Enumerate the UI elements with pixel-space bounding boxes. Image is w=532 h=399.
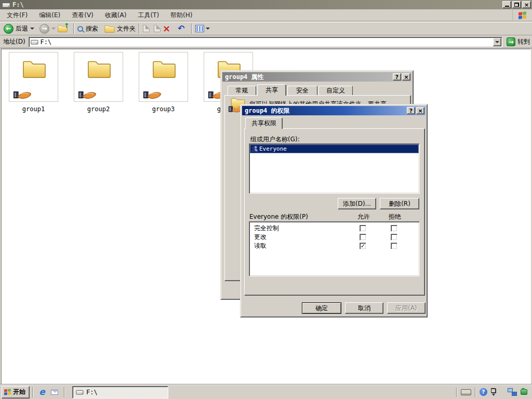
back-label: 后退: [16, 24, 28, 33]
copy-to-button[interactable]: [154, 25, 161, 32]
address-value: F:\: [41, 38, 52, 46]
folders-label: 文件夹: [117, 24, 136, 33]
share-permissions-panel: 组或用户名称(G): Everyone 添加(D)... 删除(R) Every…: [244, 128, 425, 296]
back-dropdown-icon[interactable]: [30, 28, 34, 30]
tab-customize[interactable]: 自定义: [318, 86, 353, 96]
input-method-keyboard-icon[interactable]: [461, 389, 471, 395]
shared-hand-icon: [78, 90, 97, 99]
back-icon: ←: [4, 24, 14, 34]
menu-edit[interactable]: 编辑(E): [33, 9, 66, 21]
folder-label[interactable]: group2: [74, 105, 123, 113]
tab-general[interactable]: 常规: [228, 86, 256, 96]
folder-label[interactable]: group3: [139, 105, 188, 113]
folder-thumbnail[interactable]: [139, 52, 188, 102]
folder-label[interactable]: group1: [9, 105, 58, 113]
language-help-icon[interactable]: ?: [480, 388, 487, 396]
deny-checkbox-read[interactable]: [391, 243, 397, 249]
close-button[interactable]: ×: [522, 1, 531, 8]
add-button[interactable]: 添加(D)...: [338, 198, 376, 209]
internet-explorer-icon[interactable]: e: [37, 387, 47, 397]
remove-button[interactable]: 删除(R): [380, 198, 419, 209]
up-button[interactable]: ↑: [58, 24, 68, 34]
tray-separator: [475, 388, 476, 397]
deny-column-header: 拒绝: [389, 212, 401, 221]
allow-checkbox-change[interactable]: [360, 234, 366, 241]
address-dropdown-button[interactable]: [493, 38, 501, 46]
up-arrow-icon: ↑: [64, 22, 70, 30]
group-user-listbox[interactable]: Everyone: [249, 143, 420, 194]
permission-row-read: 读取 ✓: [249, 242, 419, 250]
menu-help[interactable]: 帮助(H): [165, 9, 198, 21]
restore-button[interactable]: [512, 1, 521, 8]
task-button-f-drive[interactable]: F:\: [72, 386, 168, 398]
menu-view[interactable]: 查看(V): [66, 9, 99, 21]
group-user-label: 组或用户名称(G):: [250, 135, 300, 144]
permission-name: 更改: [249, 233, 267, 242]
go-label: 转到: [517, 37, 530, 46]
move-to-button[interactable]: [143, 25, 150, 32]
go-arrow-icon: →: [508, 38, 513, 46]
windows-logo-icon: [512, 9, 532, 21]
menu-tools[interactable]: 工具(T): [132, 9, 165, 21]
folder-icon: [87, 57, 111, 80]
allow-checkbox-read[interactable]: ✓: [360, 243, 366, 249]
address-bar: 地址(D) F:\ → 转到: [0, 36, 532, 48]
window-title: F:\: [12, 1, 24, 8]
permission-name: 完全控制: [249, 224, 279, 233]
close-icon: ×: [404, 74, 408, 80]
views-button[interactable]: [195, 25, 210, 32]
shared-folder-tray-icon[interactable]: [521, 389, 527, 395]
minimize-button[interactable]: [502, 1, 511, 8]
close-button[interactable]: ×: [402, 73, 410, 81]
folder-item-group3[interactable]: group3: [139, 52, 188, 113]
folders-icon: [104, 24, 115, 33]
taskbar-separator: [32, 387, 33, 397]
language-bar-controls[interactable]: [491, 389, 496, 396]
allow-column-header: 允许: [357, 212, 370, 221]
help-button[interactable]: ?: [407, 107, 415, 114]
network-connection-icon[interactable]: [508, 388, 517, 396]
folder-item-group2[interactable]: group2: [74, 52, 123, 113]
permissions-dialog-title: group4 的权限: [245, 107, 290, 115]
go-button[interactable]: →: [507, 37, 515, 46]
folders-button[interactable]: 文件夹: [104, 24, 136, 33]
properties-dialog-titlebar[interactable]: group4 属性 ? ×: [222, 72, 411, 82]
tab-sharing[interactable]: 共享: [257, 84, 286, 96]
back-button[interactable]: ← 后退: [4, 24, 34, 34]
menu-favorites[interactable]: 收藏(A): [99, 9, 132, 21]
start-button[interactable]: 开始: [2, 386, 30, 398]
permission-row-full-control: 完全控制: [249, 224, 419, 233]
list-item-everyone[interactable]: Everyone: [250, 144, 419, 153]
tab-share-permissions[interactable]: 共享权限: [245, 117, 283, 129]
permissions-dialog-titlebar[interactable]: group4 的权限 ? ×: [242, 106, 425, 115]
deny-checkbox-full-control[interactable]: [391, 225, 397, 232]
menu-file[interactable]: 文件(F): [1, 9, 33, 21]
delete-button[interactable]: ×: [163, 24, 170, 33]
ok-button[interactable]: 确定: [302, 302, 341, 314]
window-titlebar[interactable]: F:\ ×: [0, 0, 532, 9]
minimize-icon: [505, 6, 509, 7]
shared-hand-icon: [14, 90, 32, 99]
outlook-express-icon[interactable]: [49, 387, 60, 397]
folder-item-group1[interactable]: group1: [9, 52, 58, 113]
toolbar-separator: [191, 23, 192, 34]
help-button[interactable]: ?: [393, 73, 401, 81]
address-input[interactable]: F:\: [29, 37, 502, 47]
cancel-button[interactable]: 取消: [345, 302, 383, 314]
windows-flag-icon: [4, 389, 11, 395]
search-button[interactable]: 搜索: [77, 24, 98, 33]
close-button[interactable]: ×: [416, 107, 424, 114]
undo-button[interactable]: ↶: [178, 24, 184, 33]
language-bar-restore-icon[interactable]: [491, 389, 496, 393]
deny-checkbox-change[interactable]: [391, 234, 397, 241]
folder-thumbnail[interactable]: [9, 52, 58, 102]
forward-button[interactable]: →: [39, 24, 56, 34]
tab-security[interactable]: 安全: [287, 86, 317, 96]
close-icon: ×: [418, 108, 422, 114]
apply-button[interactable]: 应用(A): [387, 302, 425, 314]
language-bar-options-icon[interactable]: [492, 394, 495, 396]
permissions-table: 完全控制 更改 读取 ✓: [249, 221, 420, 276]
allow-checkbox-full-control[interactable]: [360, 225, 366, 232]
address-label: 地址(D): [3, 37, 25, 46]
folder-thumbnail[interactable]: [74, 52, 123, 102]
